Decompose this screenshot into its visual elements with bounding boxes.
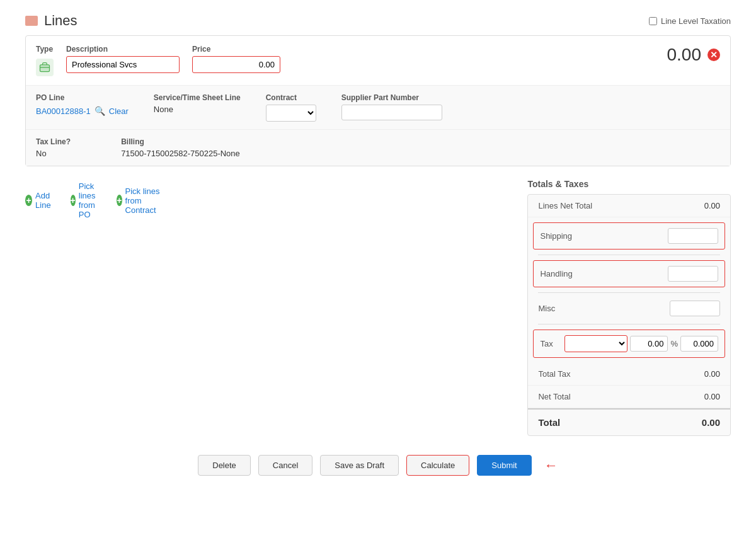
lines-title-wrap: Lines xyxy=(25,13,77,29)
net-total-row: Net Total 0.00 xyxy=(528,386,730,408)
description-field: Description xyxy=(66,45,180,73)
service-time-field: Service/Time Sheet Line None xyxy=(154,93,241,114)
lines-actions: + Add Line + Pick lines from PO + Pick l… xyxy=(25,181,162,219)
save-draft-button[interactable]: Save as Draft xyxy=(320,455,399,476)
misc-row: Misc xyxy=(528,294,730,323)
page-title: Lines xyxy=(44,13,77,29)
pick-from-contract-link[interactable]: + Pick lines from Contract xyxy=(117,186,162,215)
type-field: Type xyxy=(36,45,54,76)
po-line-label: PO Line xyxy=(36,93,129,102)
contract-field: Contract xyxy=(266,93,316,122)
contract-select[interactable] xyxy=(266,105,316,122)
total-tax-label: Total Tax xyxy=(538,369,570,379)
tax-label: Tax xyxy=(540,339,553,348)
handling-label: Handling xyxy=(540,269,572,278)
divider-2 xyxy=(538,292,720,293)
tax-percent-input[interactable] xyxy=(630,336,668,352)
lines-net-total-label: Lines Net Total xyxy=(538,201,592,210)
billing-value: 71500-715002582-750225-None xyxy=(121,149,240,158)
line-level-taxation-label: Line Level Taxation xyxy=(661,16,731,26)
net-total-value: 0.00 xyxy=(704,392,720,401)
pick-po-icon: + xyxy=(71,195,76,206)
lines-header: Lines Line Level Taxation xyxy=(25,13,731,29)
add-line-label: Add Line xyxy=(35,191,55,210)
cancel-button[interactable]: Cancel xyxy=(258,455,312,476)
grand-total-row: Total 0.00 xyxy=(528,408,730,435)
service-time-label: Service/Time Sheet Line xyxy=(154,93,241,102)
line-total-value: 0.00 ✕ xyxy=(667,45,721,65)
total-amount: 0.00 xyxy=(667,45,702,65)
handling-input[interactable] xyxy=(668,266,718,282)
add-line-link[interactable]: + Add Line xyxy=(25,191,55,210)
supplier-part-input[interactable] xyxy=(341,105,442,120)
line-level-taxation-checkbox[interactable] xyxy=(649,17,657,25)
lines-net-total-value: 0.00 xyxy=(704,201,720,210)
totals-panel: Totals & Taxes Lines Net Total 0.00 Ship… xyxy=(527,179,731,436)
total-tax-value: 0.00 xyxy=(704,369,720,379)
handling-row: Handling xyxy=(534,261,724,287)
divider-3 xyxy=(538,324,720,324)
shipping-input[interactable] xyxy=(668,228,718,244)
contract-label: Contract xyxy=(266,93,316,102)
grand-total-label: Total xyxy=(538,417,560,428)
billing-field: Billing 71500-715002582-750225-None xyxy=(121,137,240,158)
line-row-po-service: PO Line BA00012888-1 🔍 Clear Service/Tim… xyxy=(26,86,730,130)
submit-button[interactable]: Submit xyxy=(477,455,531,476)
supplier-part-field: Supplier Part Number xyxy=(341,93,442,120)
total-tax-row: Total Tax 0.00 xyxy=(528,363,730,386)
type-label: Type xyxy=(36,45,54,54)
po-line-link[interactable]: BA00012888-1 xyxy=(36,106,91,116)
pick-from-po-label: Pick lines from PO xyxy=(79,181,102,219)
supplier-part-label: Supplier Part Number xyxy=(341,93,442,102)
po-line-field: PO Line BA00012888-1 🔍 Clear xyxy=(36,93,129,116)
price-label: Price xyxy=(192,45,280,54)
shipping-section: Shipping xyxy=(533,222,725,250)
po-line-actions: BA00012888-1 🔍 Clear xyxy=(36,106,129,116)
tax-inputs: % xyxy=(564,335,718,352)
tax-section: Tax % xyxy=(533,330,725,358)
line-row-type-desc-price: Type Description Price 0.00 xyxy=(26,36,730,86)
tax-line-field: Tax Line? No xyxy=(36,137,71,158)
shipping-label: Shipping xyxy=(540,231,572,241)
line-row-tax-billing: Tax Line? No Billing 71500-715002582-750… xyxy=(26,130,730,166)
lines-card: Type Description Price 0.00 xyxy=(25,35,731,166)
service-time-value: None xyxy=(154,105,241,114)
tax-line-label: Tax Line? xyxy=(36,137,71,146)
tax-line-value: No xyxy=(36,149,71,158)
tax-row: Tax % xyxy=(534,330,724,357)
grand-total-value: 0.00 xyxy=(702,417,720,428)
totals-title: Totals & Taxes xyxy=(527,179,731,189)
add-line-icon: + xyxy=(25,195,32,206)
pick-from-contract-label: Pick lines from Contract xyxy=(125,186,163,215)
pick-contract-icon: + xyxy=(117,195,122,206)
price-input[interactable] xyxy=(192,56,280,73)
bottom-section: + Add Line + Pick lines from PO + Pick l… xyxy=(25,179,731,436)
net-total-label: Net Total xyxy=(538,392,570,401)
misc-label: Misc xyxy=(538,304,555,313)
po-clear-link[interactable]: Clear xyxy=(109,106,129,116)
po-search-icon[interactable]: 🔍 xyxy=(94,106,105,116)
percent-sign: % xyxy=(670,339,678,348)
totals-card: Lines Net Total 0.00 Shipping Handling xyxy=(527,194,731,436)
divider-1 xyxy=(538,255,720,255)
footer-buttons: Delete Cancel Save as Draft Calculate Su… xyxy=(25,436,731,488)
remove-line-button[interactable]: ✕ xyxy=(707,49,720,61)
lines-net-total-row: Lines Net Total 0.00 xyxy=(528,195,730,217)
lines-icon xyxy=(25,16,38,26)
arrow-indicator: ← xyxy=(544,457,558,474)
line-actions-section: + Add Line + Pick lines from PO + Pick l… xyxy=(25,179,162,436)
misc-input[interactable] xyxy=(670,301,720,316)
handling-section: Handling xyxy=(533,260,725,287)
description-input[interactable] xyxy=(66,56,180,73)
description-label: Description xyxy=(66,45,180,54)
delete-button[interactable]: Delete xyxy=(198,455,251,476)
svg-rect-0 xyxy=(40,65,50,72)
shipping-row: Shipping xyxy=(534,223,724,249)
price-field: Price xyxy=(192,45,280,73)
billing-label: Billing xyxy=(121,137,240,146)
pick-from-po-link[interactable]: + Pick lines from PO xyxy=(71,181,102,219)
tax-select[interactable] xyxy=(564,335,627,352)
calculate-button[interactable]: Calculate xyxy=(406,455,469,476)
type-icon xyxy=(36,59,54,76)
tax-amount-input[interactable] xyxy=(680,336,718,352)
